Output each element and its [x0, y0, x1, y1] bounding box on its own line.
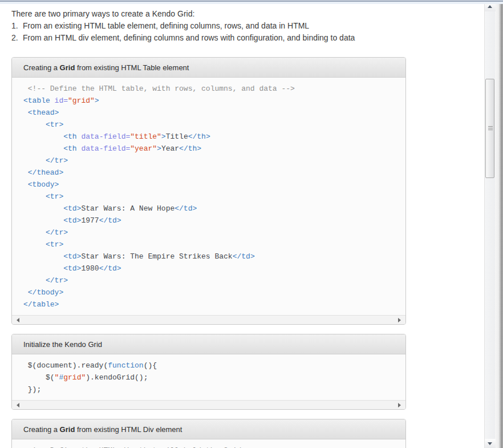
panel-create-grid-from-table: Creating a Grid from existing HTML Table…	[11, 57, 406, 325]
panel-header: Creating a Grid from existing HTML Div e…	[12, 419, 405, 439]
code-line: </thead>	[23, 167, 400, 179]
scroll-left-arrow-icon[interactable]	[17, 318, 19, 322]
horizontal-scrollbar[interactable]	[12, 400, 405, 409]
scroll-left-arrow-icon[interactable]	[17, 403, 19, 407]
code-line: <td>Star Wars: A New Hope</td>	[23, 203, 400, 215]
panel-header: Initialize the Kendo Grid	[12, 334, 405, 354]
horizontal-scrollbar[interactable]	[12, 315, 405, 324]
scroll-down-button[interactable]	[485, 439, 496, 448]
code-line: <thead>	[23, 107, 400, 119]
panel-title: Initialize the Kendo Grid	[23, 340, 102, 349]
panel-title: Creating a Grid from existing HTML Table…	[23, 63, 189, 72]
code-line: </table>	[23, 298, 400, 310]
code-line: <td>1980</td>	[23, 263, 400, 275]
code-line: <td>1977</td>	[23, 215, 400, 227]
arrow-up-icon	[488, 5, 492, 8]
scroll-right-arrow-icon[interactable]	[398, 403, 401, 407]
list-item-text: From an existing HTML table element, def…	[23, 20, 309, 32]
code-line: <tr>	[23, 191, 400, 203]
code-line: </tbody>	[23, 286, 400, 298]
code-line: <tbody>	[23, 179, 400, 191]
panel-initialize-grid: Initialize the Kendo Grid $(document).re…	[11, 334, 406, 410]
panel-title: Creating a Grid from existing HTML Div e…	[23, 425, 182, 434]
thumb-grip-icon	[488, 126, 493, 131]
ordered-list: 1. From an existing HTML table element, …	[11, 20, 484, 44]
code-line: <table id="grid">	[23, 95, 400, 107]
doc-content: There are two primary ways to create a K…	[0, 4, 484, 448]
vertical-scrollbar[interactable]	[484, 2, 495, 448]
code-line: <tr>	[23, 239, 400, 251]
code-line: <tr>	[23, 119, 400, 131]
code-line: $("#grid").kendoGrid();	[23, 372, 400, 384]
code-line: <!-- Define the HTML div that will hold …	[23, 445, 400, 448]
scroll-right-arrow-icon[interactable]	[398, 318, 401, 322]
code-block: $(document).ready(function(){ $("#grid")…	[12, 354, 405, 400]
code-line: <th data-field="title">Title</th>	[23, 131, 400, 143]
code-block: <!-- Define the HTML table, with rows, c…	[12, 78, 405, 315]
list-item-number: 2.	[11, 32, 23, 44]
code-line: $(document).ready(function(){	[23, 360, 400, 372]
code-block: <!-- Define the HTML div that will hold …	[12, 439, 405, 448]
code-line: <td>Star Wars: The Empire Strikes Back</…	[23, 251, 400, 263]
code-line: <!-- Define the HTML table, with rows, c…	[23, 83, 400, 95]
code-line: });	[23, 384, 400, 395]
code-panels: Creating a Grid from existing HTML Table…	[11, 57, 484, 448]
code-line: </tr>	[23, 155, 400, 167]
list-item-text: From an HTML div element, defining colum…	[23, 32, 355, 44]
panel-create-grid-from-div: Creating a Grid from existing HTML Div e…	[11, 419, 406, 448]
code-line: <th data-field="year">Year</th>	[23, 143, 400, 155]
code-line: </tr>	[23, 227, 400, 239]
list-item: 1. From an existing HTML table element, …	[11, 20, 484, 32]
window-top-border	[0, 0, 503, 4]
panel-header: Creating a Grid from existing HTML Table…	[12, 58, 405, 78]
intro-text: There are two primary ways to create a K…	[11, 8, 484, 20]
window-right-edge	[495, 0, 503, 448]
scrollbar-thumb[interactable]	[485, 79, 494, 178]
code-line: </tr>	[23, 275, 400, 286]
list-item-number: 1.	[11, 20, 23, 32]
arrow-down-icon	[488, 442, 492, 445]
list-item: 2. From an HTML div element, defining co…	[11, 32, 484, 44]
